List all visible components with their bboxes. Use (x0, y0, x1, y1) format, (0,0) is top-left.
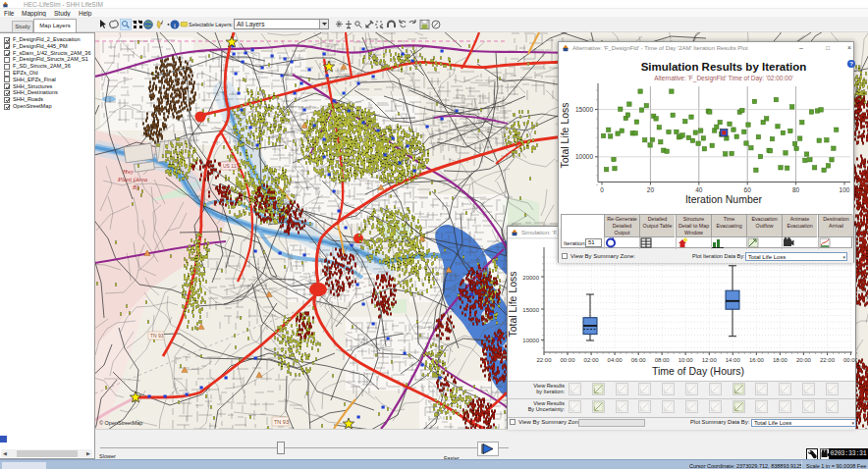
svg-text:10000: 10000 (575, 153, 593, 160)
svg-text:10000: 10000 (522, 338, 539, 343)
svg-text:Time of Day (Hours): Time of Day (Hours) (652, 365, 744, 377)
svg-text:Iteration Number: Iteration Number (685, 193, 763, 205)
svg-text:00:00: 00:00 (560, 357, 575, 363)
svg-text:60: 60 (744, 186, 752, 193)
svg-text:40: 40 (695, 186, 703, 193)
svg-text:14:00: 14:00 (726, 357, 741, 363)
svg-text:15000: 15000 (575, 106, 593, 113)
svg-text:22:00: 22:00 (536, 357, 552, 363)
svg-text:Alternative: 'F_DesignFld' Tim: Alternative: 'F_DesignFld' Time of Day: … (654, 75, 793, 82)
svg-text:10:00: 10:00 (678, 357, 694, 363)
svg-text:Simulation Results by Iteratio: Simulation Results by Iteration (641, 61, 807, 73)
svg-text:Hwy: Hwy (122, 169, 134, 175)
svg-text:B): B) (133, 183, 138, 191)
svg-text:18:00: 18:00 (773, 357, 788, 363)
svg-text:Total Life Loss: Total Life Loss (508, 271, 518, 337)
svg-text:06:00: 06:00 (631, 357, 647, 363)
svg-text:15000: 15000 (522, 307, 539, 313)
svg-text:i: i (174, 22, 176, 29)
svg-text:08:00: 08:00 (655, 357, 671, 363)
svg-text:20:00: 20:00 (796, 357, 812, 363)
svg-text:Total Life Loss: Total Life Loss (559, 102, 570, 168)
svg-text:Plant (Area: Plant (Area (117, 176, 147, 183)
svg-text:TN 93: TN 93 (274, 419, 289, 425)
svg-text:80: 80 (792, 186, 800, 193)
svg-text:16:00: 16:00 (749, 357, 765, 363)
svg-text:12:00: 12:00 (702, 357, 718, 363)
svg-text:TN 93: TN 93 (150, 333, 164, 339)
svg-text:100: 100 (840, 186, 850, 193)
svg-text:© OpenStreetMap: © OpenStreetMap (99, 420, 142, 426)
svg-text:US 11: US 11 (223, 163, 237, 169)
svg-text:Club: Club (478, 268, 489, 274)
svg-text:0: 0 (600, 186, 604, 193)
svg-text:04:00: 04:00 (608, 357, 624, 363)
svg-text:20000: 20000 (522, 275, 539, 281)
svg-text:22:00: 22:00 (820, 357, 836, 363)
svg-text:20: 20 (647, 186, 655, 193)
svg-text:02:00: 02:00 (584, 357, 600, 363)
svg-text:00:00: 00:00 (843, 357, 857, 363)
